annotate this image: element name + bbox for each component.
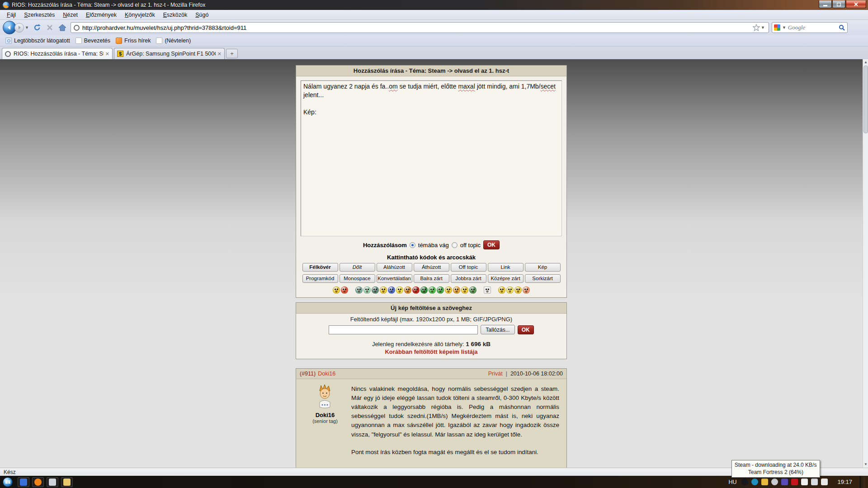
maximize-button[interactable] — [832, 0, 845, 8]
tray-daemon-tools-icon[interactable] — [781, 479, 788, 485]
tray-core-temp-icon[interactable] — [751, 479, 758, 485]
smiley-thumbs-up-figure-icon[interactable] — [484, 286, 491, 294]
smiley-wink-icon[interactable] — [380, 286, 387, 294]
smiley-robot-smile-icon[interactable] — [355, 286, 363, 294]
smiley-smile-icon[interactable] — [333, 286, 340, 294]
menu-item-7[interactable]: Súgó — [191, 11, 212, 19]
smiley-shocked-icon[interactable] — [506, 286, 514, 294]
url-input[interactable] — [82, 24, 753, 31]
private-message-link[interactable]: Privát — [488, 371, 503, 377]
taskbar-media-app-icon[interactable] — [18, 477, 29, 487]
format-button-k-z-pre-z-rt[interactable]: Középre zárt — [488, 274, 524, 283]
scrollbar-thumb[interactable] — [863, 66, 868, 133]
bookmark-star-icon[interactable] — [753, 24, 760, 31]
home-button[interactable] — [57, 22, 68, 33]
format-button-f-lk-v-r[interactable]: Félkövér — [302, 263, 338, 272]
smiley-cheer-hands-icon[interactable] — [514, 286, 522, 294]
url-bar[interactable]: ▼ — [71, 22, 769, 33]
menu-item-4[interactable]: Előzmények — [82, 11, 121, 19]
submit-comment-button[interactable]: OK — [483, 240, 500, 249]
search-magnifier-icon[interactable] — [839, 24, 845, 31]
upload-ok-button[interactable]: OK — [518, 325, 534, 334]
menu-item-3[interactable]: Nézet — [59, 11, 82, 19]
avatar-username[interactable]: Doki16 — [299, 412, 351, 418]
radio-off-topic[interactable] — [452, 242, 458, 248]
smiley-neutral-icon[interactable] — [461, 286, 468, 294]
avatar[interactable] — [315, 385, 335, 409]
tab-close-icon[interactable]: ✕ — [105, 51, 109, 57]
smiley-green-smile-icon[interactable] — [437, 286, 444, 294]
new-tab-button[interactable]: + — [226, 49, 238, 58]
format-button-monospace[interactable]: Monospace — [340, 274, 375, 283]
engine-dropdown-icon[interactable]: ▼ — [782, 25, 786, 30]
search-input[interactable] — [788, 24, 839, 31]
smiley-sad-blue-icon[interactable] — [388, 286, 395, 294]
show-desktop-button[interactable] — [860, 476, 865, 488]
smiley-smile-2-icon[interactable] — [445, 286, 452, 294]
tray-ati-catalyst-icon[interactable] — [791, 479, 798, 485]
tray-steam-icon[interactable] — [741, 479, 748, 485]
smiley-shout-green-icon[interactable] — [420, 286, 428, 294]
tray-network-icon[interactable] — [811, 479, 818, 485]
smiley-confused-question-icon[interactable] — [498, 286, 505, 294]
minimize-button[interactable] — [819, 0, 832, 8]
browse-button[interactable]: Tallózás... — [481, 325, 514, 334]
url-dropdown-icon[interactable]: ▼ — [761, 25, 765, 30]
format-button-k-p[interactable]: Kép — [525, 263, 561, 272]
page-scrollbar[interactable]: ▲ ▼ — [863, 59, 868, 468]
scroll-down-icon[interactable]: ▼ — [863, 461, 868, 468]
tab-close-icon[interactable]: ✕ — [217, 51, 222, 57]
smiley-big-grin-icon[interactable] — [363, 286, 371, 294]
history-dropdown-icon[interactable]: ▼ — [25, 25, 29, 30]
format-button-off-topic[interactable]: Off topic — [451, 263, 486, 272]
menu-item-1[interactable]: Fájl — [3, 11, 20, 19]
clock[interactable]: 19:17 — [837, 479, 852, 485]
taskbar-messenger-app-icon[interactable] — [47, 477, 58, 487]
post-author-link[interactable]: Doki16 — [318, 371, 335, 377]
smiley-robot-dark-icon[interactable] — [372, 286, 379, 294]
radio-off-topic-label[interactable]: off topic — [460, 242, 481, 249]
bookmark-item-3[interactable]: Friss hírek — [114, 37, 154, 45]
my-images-link[interactable]: Korábban feltöltött képeim listája — [385, 348, 477, 355]
search-bar[interactable]: ▼ — [772, 22, 848, 33]
stop-button[interactable] — [44, 22, 55, 33]
bookmark-item-1[interactable]: Legtöbbször látogatott — [4, 37, 74, 45]
smiley-red-smile-icon[interactable] — [341, 286, 348, 294]
tray-volume-icon[interactable] — [821, 479, 828, 485]
menu-item-6[interactable]: Eszközök — [159, 11, 192, 19]
tray-scheduler-icon[interactable] — [771, 479, 778, 485]
smiley-mad-red-icon[interactable] — [412, 286, 420, 294]
forward-button[interactable] — [14, 23, 24, 33]
upload-file-input[interactable] — [329, 325, 478, 334]
comment-textarea[interactable]: Nálam ugyanez 2 napja és fa..om se tudja… — [301, 80, 562, 236]
scroll-up-icon[interactable]: ▲ — [863, 59, 868, 66]
format-button-konvert-latlan[interactable]: Konvertálatlan — [377, 274, 412, 283]
smiley-angry-orange-icon[interactable] — [404, 286, 411, 294]
format-button-sorkiz-rt[interactable]: Sorkizárt — [525, 274, 561, 283]
reload-button[interactable] — [32, 22, 42, 33]
smiley-tongue-bricks-icon[interactable] — [523, 286, 530, 294]
smiley-evil-grin-icon[interactable] — [429, 286, 436, 294]
format-button-balra-z-rt[interactable]: Balra zárt — [414, 274, 449, 283]
tab-2[interactable]: $ÁrGép: Samsung SpinPoint F1 500G...✕ — [114, 48, 225, 59]
format-button-programk-d[interactable]: Programkód — [302, 274, 338, 283]
taskbar-firefox-icon[interactable] — [32, 477, 44, 487]
format-button-jobbra-z-rt[interactable]: Jobbra zárt — [451, 274, 486, 283]
bookmark-item-4[interactable]: (Névtelen) — [154, 37, 194, 45]
taskbar-explorer-folder-icon[interactable] — [61, 477, 73, 487]
smiley-worried-icon[interactable] — [396, 286, 403, 294]
tray-action-center-flag-icon[interactable] — [801, 479, 808, 485]
format-button-d-lt[interactable]: Dőlt — [340, 263, 375, 272]
bookmark-item-2[interactable]: Bevezetés — [74, 37, 114, 45]
post-number[interactable]: (#911) — [300, 371, 316, 377]
format-button-link[interactable]: Link — [488, 263, 524, 272]
tray-winamp-icon[interactable] — [761, 479, 768, 485]
close-button[interactable] — [846, 0, 866, 8]
format-button-al-h-zott[interactable]: Aláhúzott — [377, 263, 412, 272]
language-indicator[interactable]: HU — [728, 479, 736, 485]
start-button[interactable] — [3, 477, 13, 487]
smiley-orange-smile-icon[interactable] — [453, 286, 460, 294]
tab-1[interactable]: RIOS: Hozzászólás írása - Téma: St...✕ — [2, 48, 113, 59]
menu-item-5[interactable]: Könyvjelzők — [121, 11, 159, 19]
radio-on-topic-label[interactable]: témába vág — [418, 242, 449, 249]
